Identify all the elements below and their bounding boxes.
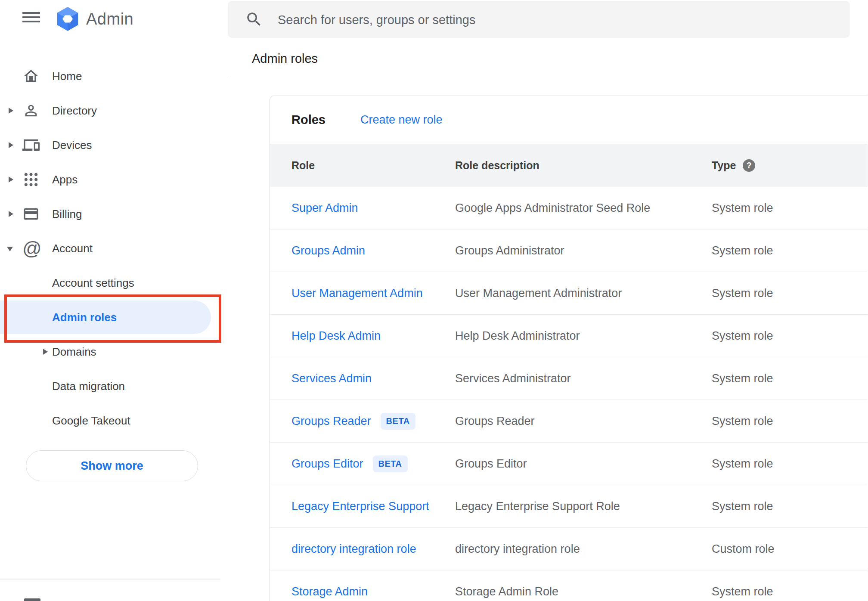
table-row: Storage AdminStorage Admin RoleSystem ro… [270,570,868,601]
role-cell: Groups Admin [291,229,365,272]
google-admin-console: Admin HomeDirectoryDevicesAppsBilling@Ac… [0,0,868,601]
role-link[interactable]: Services Admin [291,372,372,385]
role-description-cell: Groups Editor [455,443,527,485]
role-type-cell: System role [712,485,773,527]
role-type-cell: System role [712,187,773,229]
role-description-cell: Groups Reader [455,400,535,442]
role-description-cell: Google Apps Administrator Seed Role [455,187,650,229]
role-type-cell: System role [712,443,773,485]
role-link[interactable]: Groups Admin [291,244,365,257]
beta-badge: BETA [381,413,415,430]
chevron-right-icon[interactable] [43,349,48,355]
card-header: Roles Create new role [270,96,868,144]
role-description-cell: Groups Administrator [455,229,564,272]
sidebar-item-label: Account [52,231,93,266]
sidebar-item-label: Directory [52,93,97,128]
role-type-cell: System role [712,357,773,400]
logo-wordmark: Admin [86,10,133,28]
role-type-cell: System role [712,570,773,601]
apps-grid-icon [22,171,40,188]
role-link[interactable]: Groups Reader [291,415,371,428]
page-title: Admin roles [252,52,318,66]
at-sign-icon: @ [22,240,40,257]
column-header-role: Role [291,144,315,187]
search-bar[interactable] [228,1,850,38]
column-header-type: Type [712,144,736,187]
sidebar: Admin HomeDirectoryDevicesAppsBilling@Ac… [0,0,222,601]
role-description-cell: Help Desk Administrator [455,315,580,357]
role-link[interactable]: Help Desk Admin [291,329,381,343]
chevron-down-icon[interactable] [7,247,13,251]
role-description-cell: Legacy Enterprise Support Role [455,485,620,527]
sidebar-item-account[interactable]: @Account [0,231,222,266]
column-header-description: Role description [455,144,539,187]
devices-icon [22,136,40,154]
role-cell: Legacy Enterprise Support [291,485,429,527]
role-cell: Groups ReaderBETA [291,400,415,442]
role-link[interactable]: Groups Editor [291,457,363,471]
sidebar-item-devices[interactable]: Devices [0,128,222,162]
role-link[interactable]: Storage Admin [291,585,368,598]
home-icon [22,68,40,85]
table-row: Services AdminServices AdministratorSyst… [270,357,868,400]
role-link[interactable]: Legacy Enterprise Support [291,500,429,513]
search-icon [245,10,263,28]
role-type-cell: System role [712,315,773,357]
role-link[interactable]: Super Admin [291,201,358,215]
role-link[interactable]: User Management Admin [291,287,423,300]
role-type-cell: System role [712,400,773,442]
role-type-cell: Custom role [712,528,775,570]
sidebar-item-data-migration[interactable]: Data migration [0,369,222,403]
sidebar-item-google-takeout[interactable]: Google Takeout [0,403,222,438]
table-row: directory integration roledirectory inte… [270,528,868,570]
table-header: Role Role description Type ? [270,144,868,187]
credit-card-icon [22,205,40,223]
role-description-cell: Services Administrator [455,357,571,400]
role-cell: Services Admin [291,357,372,400]
sidebar-item-label: Apps [52,162,78,197]
admin-hexagon-icon [55,6,80,31]
sidebar-item-apps[interactable]: Apps [0,162,222,197]
table-row: Legacy Enterprise SupportLegacy Enterpri… [270,485,868,528]
role-cell: Super Admin [291,187,358,229]
sidebar-item-label: Data migration [52,369,125,403]
chevron-right-icon[interactable] [9,108,13,114]
table-row: Groups AdminGroups AdministratorSystem r… [270,229,868,272]
sidebar-item-billing[interactable]: Billing [0,197,222,231]
annotation-highlight-box [4,294,221,343]
table-row: Super AdminGoogle Apps Administrator See… [270,187,868,229]
role-description-cell: Storage Admin Role [455,570,558,601]
sidebar-item-label: Devices [52,128,92,162]
chevron-right-icon[interactable] [9,142,13,148]
role-description-cell: User Management Administrator [455,272,622,314]
page-divider [228,76,868,76]
sidebar-item-label: Home [52,59,82,93]
person-icon [22,102,40,119]
create-new-role-link[interactable]: Create new role [360,96,443,144]
role-link[interactable]: directory integration role [291,542,416,556]
table-row: Groups EditorBETAGroups EditorSystem rol… [270,443,868,485]
role-description-cell: directory integration role [455,528,580,570]
sidebar-item-home[interactable]: Home [0,59,222,93]
sidebar-item-directory[interactable]: Directory [0,93,222,128]
show-more-button[interactable]: Show more [26,450,198,481]
role-cell: Groups EditorBETA [291,443,408,485]
roles-card: Roles Create new role Role Role descript… [270,96,868,601]
menu-icon[interactable] [22,12,40,22]
chevron-right-icon[interactable] [9,177,13,183]
chevron-right-icon[interactable] [9,211,13,217]
admin-logo: Admin [55,6,133,31]
table-row: User Management AdminUser Management Adm… [270,272,868,315]
help-icon[interactable]: ? [743,159,755,172]
sidebar-item-label: Google Takeout [52,403,130,438]
sidebar-divider [0,579,220,579]
role-cell: directory integration role [291,528,416,570]
partial-bottom-icon [24,598,40,601]
role-type-cell: System role [712,272,773,314]
table-row: Groups ReaderBETAGroups ReaderSystem rol… [270,400,868,443]
sidebar-item-label: Billing [52,197,82,231]
role-type-cell: System role [712,229,773,272]
sidebar-nav: HomeDirectoryDevicesAppsBilling@AccountA… [0,59,222,438]
search-input[interactable] [277,1,817,39]
role-cell: Storage Admin [291,570,368,601]
